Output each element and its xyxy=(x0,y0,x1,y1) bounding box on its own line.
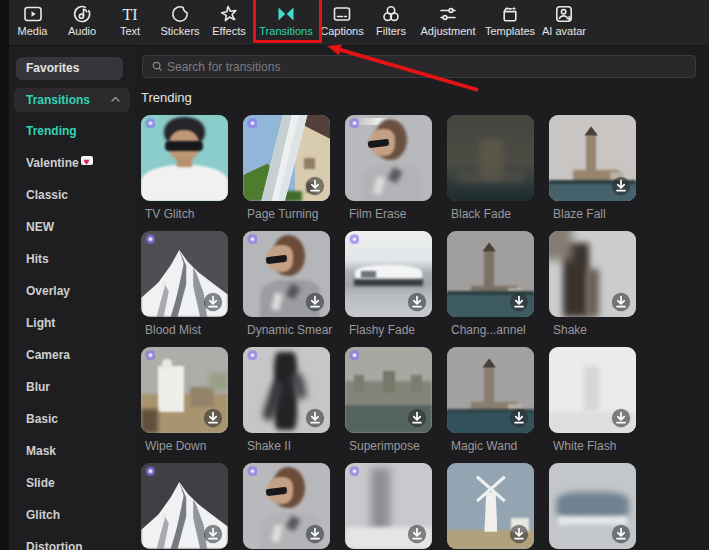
svg-text:TI: TI xyxy=(122,6,137,23)
